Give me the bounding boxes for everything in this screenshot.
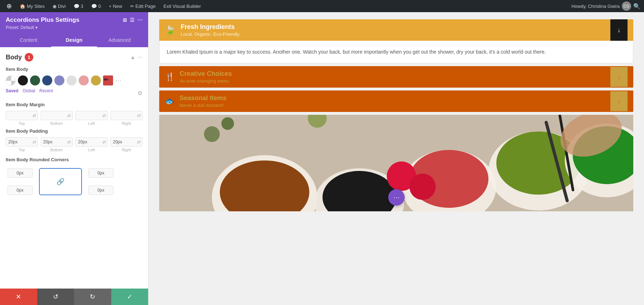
topbar-exit-builder[interactable]: Exit Visual Builder (161, 0, 204, 12)
topbar-edit-page[interactable]: ✏ Edit Page (127, 0, 158, 12)
save-button[interactable]: ✓ (111, 289, 148, 305)
accordion-icon-1: 🍃 (165, 25, 176, 35)
margin-right-input[interactable] (111, 111, 136, 120)
redo-button[interactable]: ↻ (74, 289, 111, 305)
swatch-red-pen[interactable]: ✏ (103, 75, 113, 85)
tab-content[interactable]: Content (6, 34, 51, 47)
rounded-corners-label: Item Body Rounded Corners (6, 157, 142, 162)
section-header: Body 1 ▲ ⋯ (6, 53, 142, 62)
accordion-toggle-2[interactable]: ↓ (610, 67, 628, 87)
fab-button[interactable]: ⋯ (388, 189, 405, 206)
padding-left-label: Left (75, 148, 108, 152)
main-layout: Accordions Plus Settings ⊞ ☰ ⋯ Preset: D… (0, 12, 644, 305)
topbar-my-sites[interactable]: 🏠 My Sites (17, 0, 48, 12)
corner-tr-input[interactable] (88, 168, 113, 178)
margin-fields: ⇄ Top ⇄ Bottom ⇄ Left (6, 111, 142, 126)
corner-bl-input[interactable] (8, 186, 33, 195)
divi-icon: ◉ (53, 4, 57, 9)
wp-icon[interactable]: ⊕ (4, 0, 15, 12)
link-icon-pr[interactable]: ⇄ (136, 139, 142, 144)
accordion-header-2[interactable]: 🍴 Creative Choices An ever-changing menu… (159, 66, 633, 88)
padding-right-input[interactable] (111, 138, 136, 146)
undo-button[interactable]: ↺ (37, 289, 74, 305)
edit-icon: ✏ (130, 4, 134, 9)
search-icon[interactable]: 🔍 (633, 3, 640, 10)
margin-right-label: Right (111, 121, 143, 126)
padding-top-label: Top (6, 148, 38, 152)
accordion-body-text-1: Lorem Khaled Ipsum is a major key to suc… (167, 48, 626, 56)
accordion-header-1[interactable]: 🍃 Fresh Ingredients Local. Organic. Eco-… (159, 19, 633, 41)
collapse-icon[interactable]: ▲ (130, 54, 135, 60)
accordion-title-2: Creative Choices (180, 70, 610, 78)
margin-top-input[interactable] (6, 111, 31, 120)
tab-advanced[interactable]: Advanced (97, 34, 142, 47)
accordion-text-2: Creative Choices An ever-changing menu (180, 70, 610, 84)
topbar-left: ⊕ 🏠 My Sites ◉ Divi 💬 3 💬 0 + New ✏ Edit… (4, 0, 204, 12)
panel-title: Accordions Plus Settings (6, 16, 79, 24)
swatch-light-gray[interactable] (67, 75, 77, 85)
topbar-comments1[interactable]: 💬 3 (71, 0, 86, 12)
swatch-transparent[interactable] (6, 75, 16, 85)
panel-menu-icon[interactable]: ☰ (130, 17, 135, 23)
panel-grid-icon[interactable]: ⊞ (123, 17, 127, 23)
accordion-toggle-1[interactable]: ↓ (610, 19, 628, 41)
more-icon[interactable]: ⋯ (137, 54, 142, 60)
padding-right-wrap: ⇄ (111, 137, 143, 147)
link-icon-pl[interactable]: ⇄ (101, 139, 107, 144)
cancel-button[interactable]: ✕ (0, 289, 37, 305)
swatch-lavender[interactable] (54, 75, 64, 85)
padding-bottom-wrap: ⇄ (41, 137, 73, 147)
margin-top-label: Top (6, 121, 38, 126)
padding-bottom-input[interactable] (41, 138, 66, 146)
swatch-black[interactable] (18, 75, 28, 85)
home-icon: 🏠 (20, 4, 25, 9)
corner-tl-input[interactable] (8, 168, 33, 178)
padding-left-wrap: ⇄ (75, 137, 108, 147)
topbar: ⊕ 🏠 My Sites ◉ Divi 💬 3 💬 0 + New ✏ Edit… (0, 0, 644, 12)
panel-more-icon[interactable]: ⋯ (137, 17, 142, 23)
corner-link-icon[interactable]: 🔗 (57, 178, 64, 186)
topbar-new[interactable]: + New (106, 0, 125, 12)
padding-left-input[interactable] (76, 138, 101, 146)
plus-icon: + (109, 4, 112, 9)
section-badge: 1 (25, 53, 33, 62)
accordion-header-3[interactable]: 🐟 Seasonal Items Never a dull moment! ↓ (159, 90, 633, 112)
bottom-toolbar: ✕ ↺ ↻ ✓ (0, 289, 148, 305)
swatch-gold[interactable] (91, 75, 101, 85)
margin-right-wrap: ⇄ (111, 111, 143, 120)
margin-left-input[interactable] (76, 111, 101, 120)
swatch-navy[interactable] (42, 75, 52, 85)
topbar-comments2[interactable]: 💬 0 (88, 0, 104, 12)
swatch-dark-green[interactable] (30, 75, 40, 85)
accordion-title-3: Seasonal Items (180, 94, 610, 102)
swatch-more-btn[interactable]: ··· (115, 77, 122, 84)
link-icon-left[interactable]: ⇄ (101, 113, 107, 118)
accordion-subtitle-1: Local. Organic. Eco-Friendly. (181, 31, 610, 37)
topbar-divi[interactable]: ◉ Divi (50, 0, 69, 12)
item-body-margin-label: Item Body Margin (6, 102, 142, 107)
padding-top-wrap: ⇄ (6, 137, 38, 147)
tab-design[interactable]: Design (51, 34, 97, 47)
accordion-toggle-3[interactable]: ↓ (610, 91, 628, 111)
accordion-item-1: 🍃 Fresh Ingredients Local. Organic. Eco-… (159, 19, 633, 63)
swatches-row: ✏ ··· (6, 75, 142, 85)
fab-icon: ⋯ (393, 193, 400, 201)
swatch-pink[interactable] (79, 75, 89, 85)
link-icon-top[interactable]: ⇄ (31, 113, 38, 118)
link-icon-right[interactable]: ⇄ (136, 113, 142, 118)
swatch-tab-global[interactable]: Global (23, 88, 35, 93)
margin-bottom-input[interactable] (41, 111, 66, 120)
accordion-subtitle-2: An ever-changing menu (180, 78, 610, 84)
accordion-item-2: 🍴 Creative Choices An ever-changing menu… (159, 66, 633, 88)
swatch-tab-saved[interactable]: Saved (6, 88, 18, 93)
swatch-tab-recent[interactable]: Recent (39, 88, 53, 93)
link-icon-pt[interactable]: ⇄ (31, 139, 38, 144)
link-icon-pb[interactable]: ⇄ (66, 139, 72, 144)
swatch-settings-icon[interactable]: ⚙ (137, 90, 142, 97)
margin-left-label: Left (75, 121, 108, 126)
panel-header: Accordions Plus Settings ⊞ ☰ ⋯ Preset: D… (0, 12, 148, 47)
padding-top-input[interactable] (6, 138, 31, 146)
corner-br-input[interactable] (88, 186, 113, 195)
preset-row[interactable]: Preset: Default ▾ (6, 24, 142, 34)
link-icon-bottom[interactable]: ⇄ (66, 113, 72, 118)
